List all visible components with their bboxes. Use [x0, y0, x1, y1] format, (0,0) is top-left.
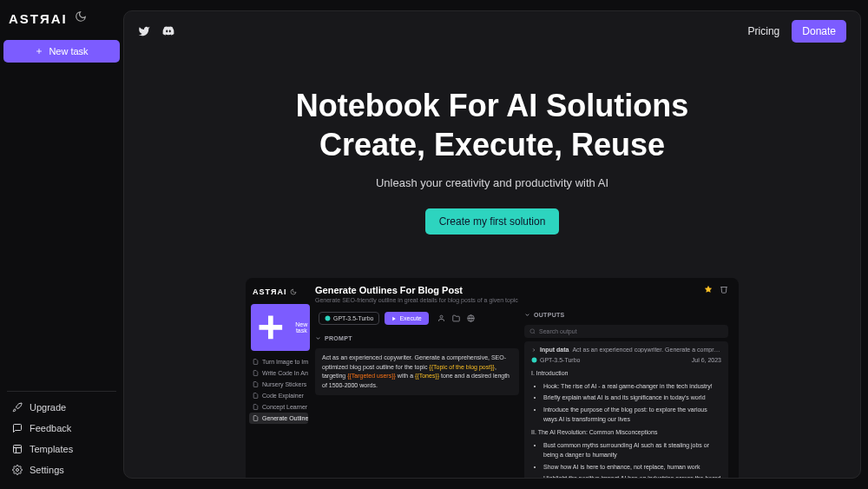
sidebar-item-label: Settings [30, 465, 64, 475]
doc-icon [253, 381, 259, 387]
model-icon [531, 357, 537, 363]
svg-marker-10 [393, 316, 397, 320]
chevron-down-icon [524, 312, 530, 318]
section-outputs-header[interactable]: OUTPUTS [524, 308, 728, 321]
plus-icon [251, 307, 291, 347]
output-date: Jul 6, 2023 [692, 357, 721, 363]
chat-icon [12, 423, 23, 433]
template-icon [12, 444, 23, 454]
output-input-label: Input data [540, 347, 569, 353]
doc-icon [253, 415, 259, 421]
doc-icon [253, 359, 259, 365]
twitter-icon[interactable] [138, 25, 150, 37]
trash-icon[interactable] [720, 285, 728, 294]
star-icon[interactable] [704, 285, 713, 294]
doc-icon [253, 393, 259, 399]
output-body: I. Introduction Hook: The rise of AI - a… [531, 368, 721, 478]
preview-nav-item[interactable]: Concept Learner [249, 401, 308, 413]
prompt-content[interactable]: Act as an experienced copywriter. Genera… [315, 348, 519, 395]
doc-icon [253, 404, 259, 410]
play-icon [391, 316, 397, 321]
svg-point-17 [532, 358, 537, 363]
divider [7, 391, 116, 392]
svg-point-5 [16, 469, 19, 472]
sidebar-item-label: Feedback [30, 423, 71, 433]
sidebar-item-label: Templates [30, 444, 73, 454]
svg-marker-8 [705, 286, 712, 293]
product-preview: ASTЯAI New task Turn Image to Ima... Wri… [246, 278, 739, 478]
execute-button[interactable]: Execute [385, 312, 428, 325]
preview-new-task-button[interactable]: New task [251, 304, 310, 351]
sidebar-item-settings[interactable]: Settings [0, 459, 123, 480]
preview-nav-item[interactable]: Generate Outlines... [249, 413, 308, 424]
donate-button[interactable]: Donate [792, 20, 846, 43]
section-prompt-header[interactable]: PROMPT [315, 332, 519, 345]
output-card: Input data Act as an experienced copywri… [524, 341, 728, 478]
preview-nav-item[interactable]: Write Code In Any... [249, 367, 308, 379]
output-input-text: Act as an experienced copywriter. Genera… [572, 347, 721, 353]
sidebar-item-templates[interactable]: Templates [0, 439, 123, 459]
user-icon[interactable] [437, 314, 445, 322]
model-selector[interactable]: GPT-3.5-Turbo [319, 312, 379, 325]
preview-nav-item[interactable]: Code Explainer [249, 390, 308, 401]
sidebar-item-feedback[interactable]: Feedback [0, 418, 123, 439]
preview-brand-logo: ASTЯAI [253, 287, 286, 296]
brand-logo: ASTЯAI [9, 11, 68, 26]
preview-nav-item[interactable]: Nursery Stickers D... [249, 379, 308, 390]
rocket-icon [12, 402, 23, 413]
create-solution-button[interactable]: Create my first solution [425, 208, 560, 235]
theme-toggle-icon[interactable] [75, 10, 87, 26]
chevron-down-icon [315, 335, 321, 341]
globe-icon[interactable] [467, 314, 475, 322]
moon-icon [290, 288, 297, 295]
svg-rect-2 [14, 446, 22, 453]
new-task-button[interactable]: New task [3, 40, 120, 63]
plus-icon [35, 47, 43, 56]
doc-icon [253, 370, 259, 376]
new-task-label: New task [49, 46, 88, 56]
folder-icon[interactable] [452, 314, 460, 322]
chevron-right-icon[interactable] [531, 347, 536, 353]
search-icon [529, 328, 536, 334]
sidebar-item-label: Upgrade [30, 402, 66, 413]
preview-description: Generate SEO-friendly outline in great d… [315, 297, 704, 303]
preview-title: Generate Outlines For Blog Post [315, 285, 704, 295]
preview-nav-item[interactable]: Turn Image to Ima... [249, 356, 308, 367]
hero-subtitle: Unleash your creativity and productivity… [141, 176, 843, 189]
hero-title: Notebook For AI SolutionsCreate, Execute… [141, 86, 843, 164]
discord-icon[interactable] [162, 25, 174, 37]
gear-icon [12, 465, 23, 475]
svg-line-16 [534, 333, 535, 334]
svg-point-11 [440, 315, 443, 318]
sidebar-item-upgrade[interactable]: Upgrade [0, 397, 123, 418]
model-icon [325, 315, 331, 321]
output-search-input[interactable]: Search output [524, 325, 728, 338]
pricing-link[interactable]: Pricing [748, 25, 780, 37]
output-model: GPT-3.5-Turbo [531, 357, 580, 363]
svg-point-9 [326, 316, 331, 321]
svg-point-15 [530, 329, 535, 334]
